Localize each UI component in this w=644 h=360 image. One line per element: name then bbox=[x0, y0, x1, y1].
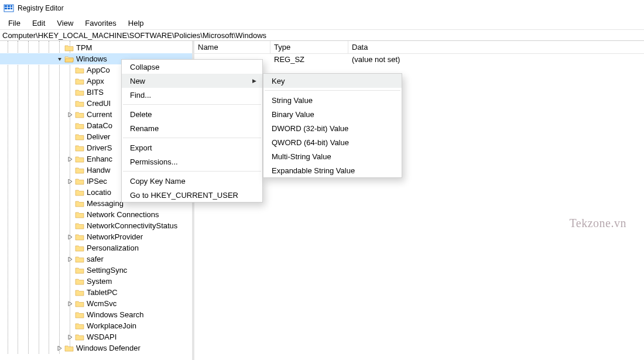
ctx-new-qword-64-bit-value[interactable]: QWORD (64-bit) Value bbox=[263, 135, 402, 149]
tree-item-label: NetworkConnectivityStatus bbox=[87, 221, 177, 230]
menu-item-label: DWORD (32-bit) Value bbox=[272, 124, 348, 133]
ctx-new-key[interactable]: Key bbox=[263, 74, 402, 88]
column-header-name[interactable]: Name bbox=[194, 41, 270, 53]
tree-item-networkconnectivitystatus[interactable]: NetworkConnectivityStatus bbox=[0, 220, 192, 231]
folder-icon bbox=[64, 344, 74, 352]
menu-item-label: Copy Key Name bbox=[130, 177, 186, 186]
folder-icon bbox=[75, 144, 84, 152]
tree-item-label: WorkplaceJoin bbox=[87, 321, 136, 330]
menu-item-label: Collapse bbox=[130, 63, 160, 71]
ctx-new-multi-string-value[interactable]: Multi-String Value bbox=[263, 149, 402, 163]
ctx-new-binary-value[interactable]: Binary Value bbox=[263, 107, 402, 121]
tree-item-label: safer bbox=[87, 255, 104, 263]
ctx-new-string-value[interactable]: String Value bbox=[263, 93, 402, 107]
folder-icon bbox=[75, 77, 84, 85]
menu-bar: File Edit View Favorites Help bbox=[0, 16, 644, 29]
menu-separator bbox=[123, 138, 261, 138]
tree-item-settingsync[interactable]: SettingSync bbox=[0, 265, 192, 276]
tree-item-label: TPM bbox=[76, 43, 92, 52]
menu-item-label: Binary Value bbox=[272, 110, 314, 119]
menu-item-label: Multi-String Value bbox=[272, 152, 331, 161]
menu-help[interactable]: Help bbox=[122, 18, 150, 28]
ctx-new-dword-32-bit-value[interactable]: DWORD (32-bit) Value bbox=[263, 121, 402, 135]
tree-item-workplacejoin[interactable]: WorkplaceJoin bbox=[0, 320, 192, 331]
folder-icon bbox=[75, 311, 84, 319]
folder-icon bbox=[75, 155, 84, 163]
menu-item-label: New bbox=[130, 77, 145, 85]
expand-placeholder bbox=[67, 289, 74, 296]
folder-icon bbox=[75, 233, 84, 241]
tree-item-label: Current bbox=[87, 110, 112, 119]
expand-icon[interactable] bbox=[67, 300, 74, 307]
ctx-item-collapse[interactable]: Collapse bbox=[122, 60, 262, 74]
expand-placeholder bbox=[67, 278, 74, 285]
menu-item-label: Key bbox=[272, 77, 285, 85]
tree-item-label: Windows Defender bbox=[76, 344, 141, 352]
tree-item-label: Enhanc bbox=[87, 155, 112, 163]
address-text: Computer\HKEY_LOCAL_MACHINE\SOFTWARE\Pol… bbox=[2, 31, 266, 40]
tree-item-label: Handw bbox=[87, 166, 110, 174]
ctx-item-find-[interactable]: Find... bbox=[122, 88, 262, 102]
expand-icon[interactable] bbox=[56, 345, 63, 352]
expand-placeholder bbox=[67, 78, 74, 85]
ctx-item-copy-key-name[interactable]: Copy Key Name bbox=[122, 174, 262, 188]
expand-icon[interactable] bbox=[67, 334, 74, 341]
folder-icon bbox=[75, 166, 84, 174]
column-header-data[interactable]: Data bbox=[348, 41, 524, 53]
expand-placeholder bbox=[67, 245, 74, 252]
tree-item-networkprovider[interactable]: NetworkProvider bbox=[0, 231, 192, 242]
menu-separator bbox=[265, 90, 400, 91]
value-data: (value not set) bbox=[348, 55, 524, 64]
expand-placeholder bbox=[67, 67, 74, 74]
ctx-item-delete[interactable]: Delete bbox=[122, 107, 262, 121]
svg-rect-6 bbox=[11, 8, 12, 9]
tree-item-wcmsvc[interactable]: WcmSvc bbox=[0, 298, 192, 309]
expand-icon[interactable] bbox=[67, 156, 74, 163]
ctx-item-go-to-hkey-current-user[interactable]: Go to HKEY_CURRENT_USER bbox=[122, 188, 262, 202]
tree-item-label: DriverS bbox=[87, 143, 112, 152]
values-header: Name Type Data bbox=[194, 41, 644, 54]
ctx-item-rename[interactable]: Rename bbox=[122, 121, 262, 135]
folder-icon bbox=[75, 100, 84, 108]
expand-placeholder bbox=[67, 100, 74, 107]
tree-item-label: WcmSvc bbox=[87, 299, 117, 308]
expand-placeholder bbox=[67, 222, 74, 229]
menu-item-label: String Value bbox=[272, 96, 313, 105]
expand-placeholder bbox=[67, 89, 74, 96]
tree-item-wsdapi[interactable]: WSDAPI bbox=[0, 331, 192, 342]
tree-item-label: BITS bbox=[87, 88, 104, 97]
folder-icon bbox=[75, 111, 84, 119]
tree-item-personalization[interactable]: Personalization bbox=[0, 242, 192, 253]
tree-item-system[interactable]: System bbox=[0, 276, 192, 287]
tree-item-windows-search[interactable]: Windows Search bbox=[0, 309, 192, 320]
tree-item-safer[interactable]: safer bbox=[0, 253, 192, 265]
expand-placeholder bbox=[67, 200, 74, 207]
tree-item-label: Appx bbox=[87, 77, 104, 85]
ctx-item-export[interactable]: Export bbox=[122, 140, 262, 155]
svg-rect-5 bbox=[8, 8, 10, 9]
menu-view[interactable]: View bbox=[51, 18, 79, 28]
expand-placeholder bbox=[67, 133, 74, 140]
ctx-new-expandable-string-value[interactable]: Expandable String Value bbox=[263, 163, 402, 177]
expand-icon[interactable] bbox=[67, 256, 74, 263]
address-bar[interactable]: Computer\HKEY_LOCAL_MACHINE\SOFTWARE\Pol… bbox=[0, 29, 644, 41]
tree-item-windows-defender[interactable]: Windows Defender bbox=[0, 342, 192, 354]
ctx-item-permissions-[interactable]: Permissions... bbox=[122, 155, 262, 169]
menu-favorites[interactable]: Favorites bbox=[79, 18, 122, 28]
expand-icon[interactable] bbox=[67, 234, 74, 241]
tree-item-tpm[interactable]: TPM bbox=[0, 42, 192, 53]
tree-item-label: System bbox=[87, 277, 112, 286]
tree-item-label: Network Connections bbox=[87, 210, 159, 219]
column-header-type[interactable]: Type bbox=[270, 41, 348, 53]
menu-file[interactable]: File bbox=[2, 18, 26, 28]
ctx-item-new[interactable]: New▶ bbox=[122, 74, 262, 88]
menu-edit[interactable]: Edit bbox=[26, 18, 51, 28]
folder-icon bbox=[75, 255, 84, 263]
expand-icon[interactable] bbox=[67, 178, 74, 185]
tree-item-network-connections[interactable]: Network Connections bbox=[0, 209, 192, 220]
expand-icon[interactable] bbox=[67, 111, 74, 118]
collapse-icon[interactable] bbox=[56, 56, 63, 63]
folder-icon bbox=[75, 322, 84, 330]
window-title: Registry Editor bbox=[18, 4, 64, 12]
tree-item-tabletpc[interactable]: TabletPC bbox=[0, 287, 192, 298]
